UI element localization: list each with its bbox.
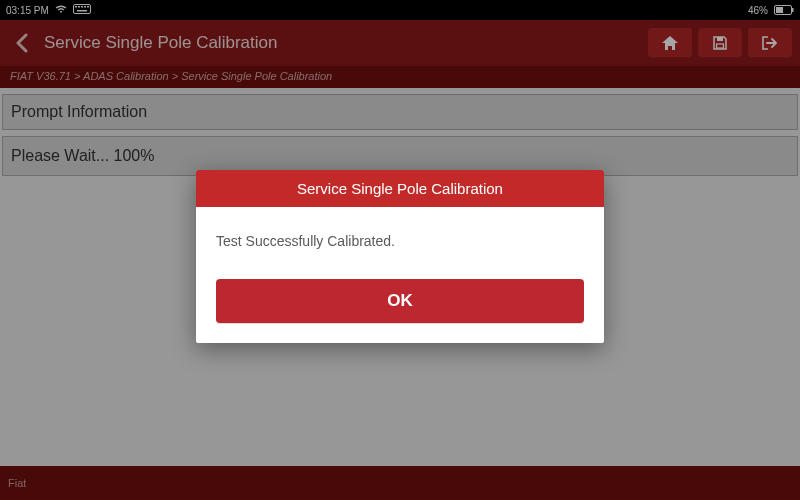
modal-dialog: Service Single Pole Calibration Test Suc…	[196, 170, 604, 343]
modal-title: Service Single Pole Calibration	[196, 170, 604, 207]
modal-overlay: Service Single Pole Calibration Test Suc…	[0, 0, 800, 500]
modal-actions: OK	[196, 259, 604, 343]
ok-button[interactable]: OK	[216, 279, 584, 323]
modal-message: Test Successfully Calibrated.	[196, 207, 604, 259]
screen: 03:15 PM 46% Service Single Pole Calibra…	[0, 0, 800, 500]
